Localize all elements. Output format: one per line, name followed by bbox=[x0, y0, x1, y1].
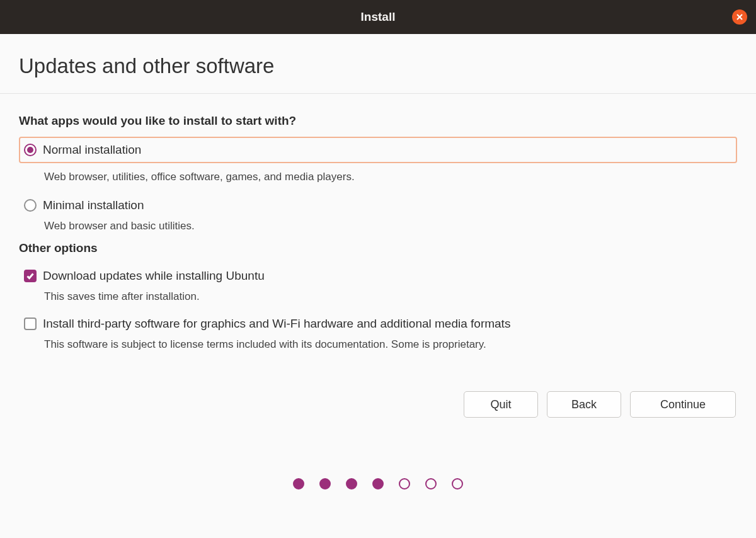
radio-minimal-installation[interactable]: Minimal installation bbox=[19, 192, 737, 212]
page-title: Updates and other software bbox=[19, 54, 737, 78]
radio-normal-installation[interactable]: Normal installation bbox=[19, 137, 737, 163]
radio-minimal-indicator[interactable] bbox=[24, 199, 37, 212]
checkbox-download-label: Download updates while installing Ubuntu bbox=[43, 269, 265, 283]
progress-dot bbox=[399, 478, 410, 489]
radio-minimal-label: Minimal installation bbox=[43, 198, 144, 212]
checkbox-thirdparty-desc: This software is subject to license term… bbox=[44, 338, 737, 351]
continue-button[interactable]: Continue bbox=[630, 391, 736, 418]
radio-normal-indicator[interactable] bbox=[24, 144, 37, 156]
progress-dot bbox=[319, 478, 331, 489]
button-row: Quit Back Continue bbox=[19, 391, 737, 418]
radio-normal-label: Normal installation bbox=[43, 143, 141, 157]
checkbox-download-desc: This saves time after installation. bbox=[44, 290, 737, 303]
progress-dot bbox=[293, 478, 304, 489]
checkbox-thirdparty-software[interactable]: Install third-party software for graphic… bbox=[19, 312, 737, 331]
checkbox-thirdparty-label: Install third-party software for graphic… bbox=[43, 317, 510, 331]
progress-dot bbox=[452, 478, 463, 489]
titlebar: Install bbox=[0, 0, 756, 34]
checkbox-download-updates[interactable]: Download updates while installing Ubuntu bbox=[19, 264, 737, 283]
progress-dot bbox=[425, 478, 437, 489]
radio-minimal-desc: Web browser and basic utilities. bbox=[44, 220, 737, 232]
radio-normal-desc: Web browser, utilities, office software,… bbox=[44, 171, 737, 183]
progress-dot bbox=[372, 478, 384, 489]
apps-question: What apps would you like to install to s… bbox=[19, 114, 737, 128]
checkbox-download-indicator[interactable] bbox=[24, 270, 37, 282]
progress-indicator bbox=[19, 478, 737, 489]
close-icon bbox=[736, 13, 743, 21]
back-button[interactable]: Back bbox=[547, 391, 621, 418]
close-button[interactable] bbox=[732, 9, 747, 25]
progress-dot bbox=[346, 478, 357, 489]
checkmark-icon bbox=[26, 272, 35, 280]
window-title: Install bbox=[361, 10, 396, 24]
checkbox-thirdparty-indicator[interactable] bbox=[24, 318, 37, 330]
other-options-heading: Other options bbox=[19, 241, 737, 255]
quit-button[interactable]: Quit bbox=[464, 391, 538, 418]
